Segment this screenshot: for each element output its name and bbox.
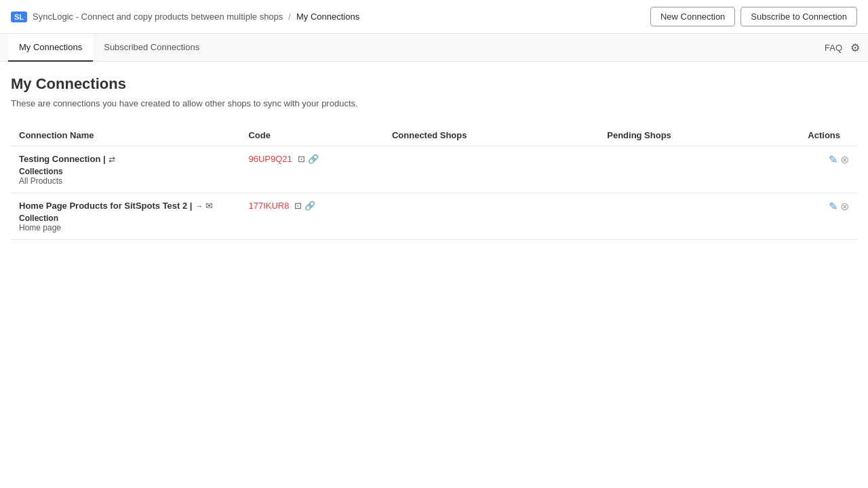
code-cell: 177IKUR8 ⊡ 🔗 [240, 193, 384, 240]
link-icon[interactable]: 🔗 [304, 201, 315, 211]
breadcrumb-separator: / [288, 12, 291, 22]
col-header-pending-shops: Pending Shops [599, 125, 800, 146]
faq-link[interactable]: FAQ [825, 43, 842, 53]
actions-cell: ✎ ⊗ [800, 193, 857, 240]
cancel-icon[interactable]: ⊗ [840, 153, 849, 166]
main-content: My Connections These are connections you… [0, 62, 868, 253]
breadcrumb-current: My Connections [296, 12, 359, 22]
table-row: Testing Connection | ⇄ Collections All P… [11, 146, 857, 193]
table-row: Home Page Products for SitSpots Test 2 |… [11, 193, 857, 240]
connection-name: Testing Connection | [19, 154, 106, 164]
app-logo-title: SL SyncLogic - Connect and copy products… [11, 12, 650, 22]
new-connection-button[interactable]: New Connection [650, 7, 735, 26]
tab-my-connections[interactable]: My Connections [8, 34, 93, 62]
copy-icon[interactable]: ⊡ [298, 154, 305, 164]
header-actions: New Connection Subscribe to Connection [650, 7, 857, 26]
code-copy-icons: ⊡ 🔗 [294, 201, 315, 211]
col-header-connected-shops: Connected Shops [384, 125, 599, 146]
connection-name-cell: Home Page Products for SitSpots Test 2 |… [11, 193, 240, 240]
cancel-icon[interactable]: ⊗ [840, 200, 849, 213]
arrow-icon: → [195, 201, 203, 211]
connection-sub-label: Collection [19, 214, 232, 223]
logo-badge: SL [11, 12, 27, 22]
connection-sub-value: All Products [19, 176, 232, 186]
gear-icon[interactable]: ⚙ [850, 41, 860, 54]
connections-table: Connection Name Code Connected Shops Pen… [11, 125, 857, 240]
edit-icon[interactable]: ✎ [829, 200, 837, 213]
table-header-row: Connection Name Code Connected Shops Pen… [11, 125, 857, 146]
code-copy-icons: ⊡ 🔗 [298, 154, 319, 164]
col-header-connection-name: Connection Name [11, 125, 240, 146]
page-title: My Connections [11, 75, 857, 93]
pending-shops-cell [599, 146, 800, 193]
connected-shops-cell [384, 146, 599, 193]
subscribe-connection-button[interactable]: Subscribe to Connection [741, 7, 857, 26]
sync-icon: ⇄ [108, 155, 115, 164]
connection-name-cell: Testing Connection | ⇄ Collections All P… [11, 146, 240, 193]
connection-sub-label: Collections [19, 167, 232, 176]
connection-code: 96UP9Q21 [248, 154, 292, 164]
tabs-bar: My Connections Subscribed Connections FA… [0, 34, 868, 62]
tab-actions: FAQ ⚙ [825, 41, 868, 54]
edit-icon[interactable]: ✎ [829, 153, 837, 166]
link-icon[interactable]: 🔗 [308, 154, 319, 164]
connection-name: Home Page Products for SitSpots Test 2 | [19, 201, 193, 211]
header: SL SyncLogic - Connect and copy products… [0, 0, 868, 34]
copy-icon[interactable]: ⊡ [294, 201, 302, 211]
code-cell: 96UP9Q21 ⊡ 🔗 [240, 146, 384, 193]
page-description: These are connections you have created t… [11, 98, 857, 108]
connection-sub-value: Home page [19, 223, 232, 232]
app-title: SyncLogic - Connect and copy products be… [33, 12, 283, 22]
col-header-code: Code [240, 125, 384, 146]
connection-code: 177IKUR8 [248, 201, 289, 211]
tab-subscribed-connections[interactable]: Subscribed Connections [93, 34, 210, 62]
email-icon: ✉ [205, 201, 213, 211]
pending-shops-cell [599, 193, 800, 240]
connected-shops-cell [384, 193, 599, 240]
actions-cell: ✎ ⊗ [800, 146, 857, 193]
col-header-actions: Actions [800, 125, 857, 146]
